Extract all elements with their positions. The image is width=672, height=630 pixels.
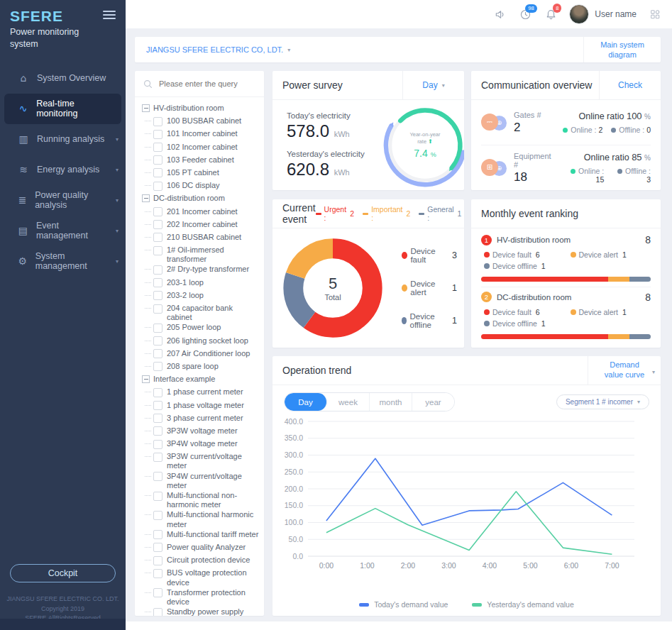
hamburger-menu-icon[interactable]	[103, 9, 116, 21]
sidebar-item[interactable]: ≋ Energy analysis ▾	[0, 155, 126, 185]
tree-checkbox[interactable]	[153, 588, 163, 597]
tree-item[interactable]: Standby power supply bring-in device	[142, 607, 260, 616]
tree-checkbox[interactable]	[153, 388, 163, 397]
tree-item[interactable]: 203-1 loop	[142, 277, 260, 290]
tree-item[interactable]: 100 BUSBAR cabinet	[142, 116, 260, 128]
tree-checkbox[interactable]	[153, 336, 163, 346]
period-dropdown[interactable]: Day ▾	[402, 71, 464, 99]
tree-checkbox[interactable]	[153, 440, 163, 449]
tree-item[interactable]: 102 Incomer cabinet	[142, 142, 260, 155]
main-system-diagram-button[interactable]: Main system diagram	[583, 37, 661, 62]
tree-item[interactable]: HV-distribution room	[142, 103, 260, 116]
collapse-icon[interactable]	[142, 194, 150, 202]
tree-checkbox[interactable]	[153, 155, 163, 165]
layout-grid-icon[interactable]	[648, 7, 662, 21]
tab-week[interactable]: week	[327, 393, 370, 411]
tree-item[interactable]: 210 BUSBAR cabinet	[142, 232, 260, 245]
tree-item[interactable]: 201 Incomer cabinet	[142, 206, 260, 219]
tree-checkbox[interactable]	[153, 426, 163, 436]
bell-icon[interactable]: 8	[544, 7, 558, 21]
tree-item[interactable]: 203-2 loop	[142, 290, 260, 303]
tree-item[interactable]: 3P3W voltage meter	[142, 426, 260, 438]
tree-item[interactable]: 208 spare loop	[142, 361, 260, 374]
sidebar-item[interactable]: ≣ Power quality analysis ▾	[0, 185, 126, 216]
tree-checkbox[interactable]	[153, 472, 163, 481]
tree-checkbox[interactable]	[153, 401, 163, 410]
tree-item[interactable]: 106 DC display	[142, 180, 260, 193]
tree-connector	[145, 121, 151, 121]
tree-checkbox[interactable]	[153, 608, 163, 616]
announcement-icon[interactable]	[492, 7, 507, 21]
tree-item[interactable]: 207 Air Conditioner loop	[142, 348, 260, 361]
tree-checkbox[interactable]	[153, 543, 163, 552]
tree-item[interactable]: 1# Oil-immersed transformer	[142, 245, 260, 264]
tree-checkbox[interactable]	[153, 265, 163, 275]
collapse-icon[interactable]	[142, 104, 150, 112]
tree-checkbox[interactable]	[153, 182, 163, 191]
tree-item[interactable]: 3P4W current/voltage meter	[142, 471, 260, 490]
tree-item[interactable]: 3P3W current/voltage meter	[142, 451, 260, 470]
tree-checkbox[interactable]	[153, 117, 163, 126]
tree-checkbox[interactable]	[153, 168, 163, 177]
tree-item[interactable]: 3 phase current meter	[142, 413, 260, 426]
tree-item[interactable]: Circuit protection device	[142, 555, 260, 568]
tree-checkbox[interactable]	[153, 130, 163, 139]
tab-month[interactable]: month	[370, 393, 412, 411]
tree-checkbox[interactable]	[153, 233, 163, 242]
tree-checkbox[interactable]	[153, 291, 163, 300]
sidebar-item[interactable]: ▤ Event management ▾	[0, 216, 126, 246]
tree-item[interactable]: 202 Incomer cabinet	[142, 219, 260, 232]
cockpit-button[interactable]: Cockpit	[10, 564, 116, 582]
tree-item[interactable]: Power quality Analyzer	[142, 542, 260, 555]
tree-checkbox[interactable]	[153, 207, 163, 216]
history-clock-icon[interactable]: 98	[518, 7, 532, 21]
tree-checkbox[interactable]	[153, 220, 163, 229]
avatar[interactable]	[569, 4, 589, 24]
tab-day[interactable]: Day	[285, 393, 327, 411]
tree-checkbox[interactable]	[153, 349, 163, 358]
tree-item[interactable]: Multi-functional tariff meter	[142, 529, 260, 542]
company-selector[interactable]: JIANGSU SFERE ELECTRIC CO, LDT. ▾	[135, 45, 290, 54]
collapse-icon[interactable]	[142, 375, 150, 383]
tree-item[interactable]: DC-distribution room	[142, 193, 260, 206]
tree-checkbox[interactable]	[153, 569, 163, 578]
tree-checkbox[interactable]	[153, 324, 163, 333]
curve-type-dropdown[interactable]: Demand value curve ▾	[588, 356, 661, 385]
sidebar-item[interactable]: ∿ Real-time monitoring ▾	[4, 94, 121, 124]
tree-item[interactable]: Multi-functional non-harmonic meter	[142, 490, 260, 509]
search-input[interactable]	[158, 79, 246, 89]
user-name[interactable]: User name	[595, 9, 637, 19]
tree-checkbox[interactable]	[153, 278, 163, 287]
tree-item[interactable]: Interface example	[142, 374, 260, 387]
tree-checkbox[interactable]	[153, 304, 163, 314]
tree-checkbox[interactable]	[153, 143, 163, 152]
sidebar-item[interactable]: ⌂ System Overview ▾	[0, 63, 126, 94]
tree-checkbox[interactable]	[153, 530, 163, 539]
sidebar-item[interactable]: ⚙ System management ▾	[0, 246, 126, 277]
tree-item[interactable]: 206 lighting socket loop	[142, 336, 260, 348]
tree-item[interactable]: 205 Power loop	[142, 322, 260, 335]
sidebar-item[interactable]: ▥ Running analysis ▾	[0, 124, 126, 155]
tree-checkbox[interactable]	[153, 556, 163, 565]
tree-checkbox[interactable]	[153, 453, 163, 462]
tree-item[interactable]: 103 Feeder cabinet	[142, 155, 260, 167]
tree-checkbox[interactable]	[153, 246, 163, 255]
tree-checkbox[interactable]	[153, 511, 163, 520]
tree-item[interactable]: 101 Incomer cabinet	[142, 128, 260, 141]
tree-item[interactable]: 1 phase current meter	[142, 387, 260, 399]
tree-item[interactable]: 1 phase voltage meter	[142, 400, 260, 413]
tree-item[interactable]: Multi-functional harmonic meter	[142, 509, 260, 529]
segment-dropdown[interactable]: Segment 1 # incomer ▾	[556, 394, 649, 409]
tree-checkbox[interactable]	[153, 492, 163, 501]
search-box[interactable]	[135, 71, 264, 97]
check-button[interactable]: Check	[599, 71, 661, 99]
tree-item[interactable]: BUS voltage protection device	[142, 568, 260, 587]
tab-year[interactable]: year	[412, 393, 454, 411]
tree-item[interactable]: 3P4W voltage meter	[142, 438, 260, 451]
tree-checkbox[interactable]	[153, 362, 163, 371]
tree-item[interactable]: 105 PT cabinet	[142, 167, 260, 180]
tree-item[interactable]: 2# Dry-type transformer	[142, 264, 260, 277]
tree-item[interactable]: Transformer protection device	[142, 587, 260, 607]
tree-item[interactable]: 204 capacitor bank cabinet	[142, 303, 260, 322]
tree-checkbox[interactable]	[153, 414, 163, 423]
